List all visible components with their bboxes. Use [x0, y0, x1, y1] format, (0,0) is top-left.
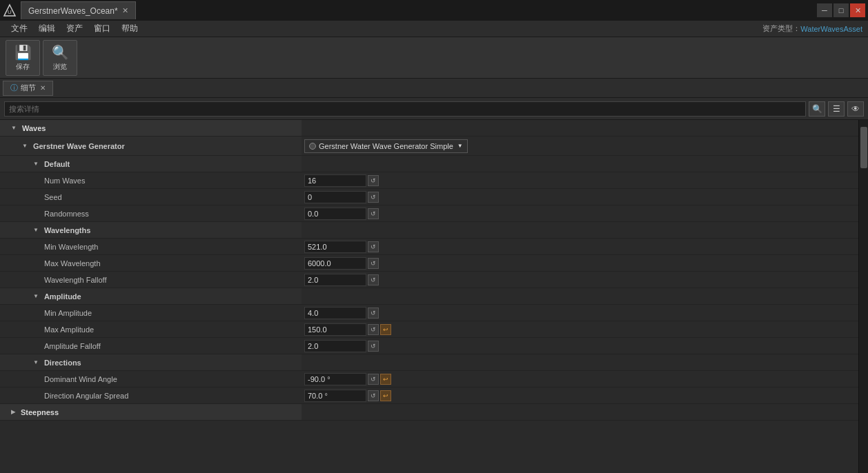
close-button[interactable]: ✕	[850, 3, 865, 17]
details-tab[interactable]: ⓘ 细节 ✕	[3, 81, 53, 96]
menu-help[interactable]: 帮助	[116, 21, 144, 36]
gerstner-wave-generator-label: Gerstner Wave Generator	[0, 137, 302, 155]
wavelengths-header-label[interactable]: Wavelengths	[0, 222, 302, 238]
wavelength-falloff-value: ↺	[302, 272, 858, 288]
tab-close-icon[interactable]: ✕	[122, 6, 128, 15]
editor-tab[interactable]: GerstnerWaves_Ocean* ✕	[21, 1, 136, 19]
properties-panel: Waves Gerstner Wave Generator Gerstner W…	[0, 120, 868, 473]
num-waves-input[interactable]	[304, 174, 366, 187]
tab-label: GerstnerWaves_Ocean*	[28, 6, 118, 16]
directions-header-label[interactable]: Directions	[0, 354, 302, 370]
min-amplitude-value: ↺	[302, 305, 858, 321]
maximize-button[interactable]: □	[834, 3, 849, 17]
scrollbar[interactable]	[858, 120, 868, 473]
save-button[interactable]: 💾 保存	[6, 40, 40, 76]
row-min-wavelength: Min Wavelength ↺	[0, 239, 858, 255]
dropdown-circle-icon	[309, 143, 316, 150]
num-waves-reset-icon[interactable]: ↺	[368, 175, 379, 186]
min-wavelength-reset-icon[interactable]: ↺	[368, 241, 379, 252]
gerstner-collapse-icon	[22, 143, 30, 149]
max-amplitude-reset-icon[interactable]: ↺	[368, 324, 379, 335]
direction-angular-spread-extra-btn[interactable]: ↩	[380, 390, 391, 401]
max-amplitude-extra-btn[interactable]: ↩	[380, 324, 391, 335]
menu-asset[interactable]: 资产	[61, 21, 88, 36]
details-tab-close-icon[interactable]: ✕	[40, 84, 46, 92]
save-icon: 💾	[14, 44, 32, 61]
amplitude-falloff-reset-icon[interactable]: ↺	[368, 341, 379, 352]
waves-header-label[interactable]: Waves	[0, 120, 302, 136]
section-default[interactable]: Default	[0, 156, 858, 172]
min-amplitude-reset-icon[interactable]: ↺	[368, 308, 379, 319]
max-wavelength-input[interactable]	[304, 257, 366, 270]
amplitude-falloff-input[interactable]	[304, 340, 366, 352]
row-num-waves: Num Waves ↺	[0, 172, 858, 189]
num-waves-label: Num Waves	[0, 172, 302, 188]
dominant-wind-angle-value: ↺ ↩	[302, 371, 858, 387]
menu-file[interactable]: 文件	[6, 21, 33, 36]
min-amplitude-input[interactable]	[304, 307, 366, 319]
steepness-header-label[interactable]: Steepness	[0, 404, 302, 420]
browse-button[interactable]: 🔍 浏览	[43, 40, 77, 76]
browse-icon: 🔍	[52, 44, 69, 61]
gerstner-wave-generator-value: Gerstner Water Wave Generator Simple	[302, 137, 858, 155]
section-amplitude[interactable]: Amplitude	[0, 288, 858, 305]
row-max-wavelength: Max Wavelength ↺	[0, 255, 858, 272]
search-bar: 🔍 ☰ 👁	[0, 98, 868, 120]
view-options-button[interactable]: 👁	[847, 101, 864, 117]
section-waves[interactable]: Waves	[0, 120, 858, 137]
direction-angular-spread-reset-icon[interactable]: ↺	[368, 390, 379, 401]
dominant-wind-angle-input[interactable]	[304, 373, 366, 385]
seed-label: Seed	[0, 189, 302, 205]
details-tab-label: 细节	[21, 83, 36, 93]
seed-input[interactable]	[304, 191, 366, 203]
direction-angular-spread-value: ↺ ↩	[302, 388, 858, 403]
wavelength-falloff-reset-icon[interactable]: ↺	[368, 274, 379, 285]
row-amplitude-falloff: Amplitude Falloff ↺	[0, 338, 858, 354]
search-button[interactable]: 🔍	[809, 101, 825, 117]
max-wavelength-reset-icon[interactable]: ↺	[368, 258, 379, 269]
row-dominant-wind-angle: Dominant Wind Angle ↺ ↩	[0, 371, 858, 388]
row-gerstner-wave-generator[interactable]: Gerstner Wave Generator Gerstner Water W…	[0, 137, 858, 156]
section-directions[interactable]: Directions	[0, 354, 858, 371]
toolbar: 💾 保存 🔍 浏览	[0, 37, 868, 79]
min-wavelength-value: ↺	[302, 239, 858, 254]
section-wavelengths[interactable]: Wavelengths	[0, 222, 858, 239]
min-wavelength-label: Min Wavelength	[0, 239, 302, 254]
max-amplitude-input[interactable]	[304, 323, 366, 336]
section-steepness[interactable]: Steepness	[0, 404, 858, 421]
seed-reset-icon[interactable]: ↺	[368, 192, 379, 203]
min-wavelength-input[interactable]	[304, 241, 366, 253]
row-min-amplitude: Min Amplitude ↺	[0, 305, 858, 321]
direction-angular-spread-input[interactable]	[304, 390, 366, 402]
row-max-amplitude: Max Amplitude ↺ ↩	[0, 321, 858, 338]
amplitude-header-label[interactable]: Amplitude	[0, 288, 302, 304]
min-amplitude-label: Min Amplitude	[0, 305, 302, 321]
direction-angular-spread-label: Direction Angular Spread	[0, 388, 302, 403]
menu-edit[interactable]: 编辑	[33, 21, 61, 36]
amplitude-falloff-label: Amplitude Falloff	[0, 338, 302, 354]
amplitude-collapse-icon	[33, 293, 41, 299]
wavelength-falloff-label: Wavelength Falloff	[0, 272, 302, 288]
dominant-wind-angle-extra-btn[interactable]: ↩	[380, 374, 391, 385]
row-randomness: Randomness ↺	[0, 205, 858, 222]
window-controls: ─ □ ✕	[817, 3, 865, 17]
minimize-button[interactable]: ─	[817, 3, 832, 17]
randomness-label: Randomness	[0, 205, 302, 221]
scrollbar-thumb[interactable]	[860, 127, 867, 168]
randomness-reset-icon[interactable]: ↺	[368, 208, 379, 219]
randomness-input[interactable]	[304, 208, 366, 220]
search-input[interactable]	[4, 101, 806, 117]
view-list-button[interactable]: ☰	[828, 101, 845, 117]
dominant-wind-angle-reset-icon[interactable]: ↺	[368, 374, 379, 385]
default-header-label[interactable]: Default	[0, 156, 302, 172]
wavelengths-collapse-icon	[33, 227, 41, 233]
wavelength-falloff-input[interactable]	[304, 274, 366, 286]
steepness-collapse-icon	[11, 409, 18, 415]
gerstner-type-dropdown[interactable]: Gerstner Water Wave Generator Simple	[304, 139, 468, 153]
seed-value: ↺	[302, 189, 858, 205]
row-direction-angular-spread: Direction Angular Spread ↺ ↩	[0, 388, 858, 404]
waves-collapse-icon	[11, 125, 19, 131]
menu-bar: 文件 编辑 资产 窗口 帮助 资产类型： WaterWavesAsset	[0, 21, 868, 37]
max-wavelength-value: ↺	[302, 255, 858, 271]
menu-window[interactable]: 窗口	[88, 21, 116, 36]
